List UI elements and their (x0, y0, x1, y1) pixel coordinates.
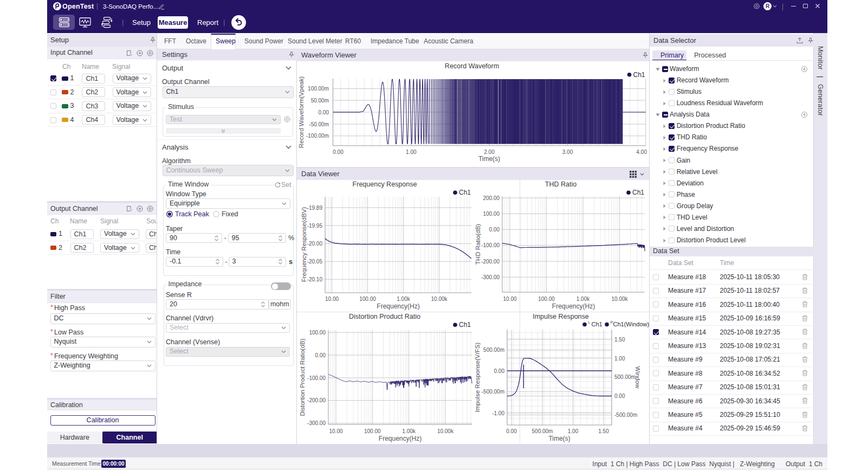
svg-text:Time(s): Time(s) (548, 435, 570, 442)
svg-text:1.00: 1.00 (568, 428, 579, 434)
svg-text:-300.00: -300.00 (307, 420, 326, 426)
svg-text:-500.00m: -500.00m (482, 389, 504, 395)
svg-text:100.00: 100.00 (483, 211, 500, 217)
svg-text:1.00k: 1.00k (397, 296, 410, 302)
svg-text:Frequency(Hz): Frequency(Hz) (379, 435, 422, 442)
svg-text:500.00m: 500.00m (483, 347, 504, 353)
svg-text:Frequency Response: Frequency Response (353, 181, 417, 188)
svg-text:10.00k: 10.00k (431, 296, 448, 302)
svg-text:-20.05: -20.05 (307, 259, 323, 265)
svg-text:Distortion Product Ratio: Distortion Product Ratio (349, 313, 420, 320)
svg-text:100.00: 100.00 (364, 428, 381, 434)
svg-text:0.00: 0.00 (333, 149, 344, 155)
svg-text:Ch1: Ch1 (632, 189, 644, 196)
svg-text:10.00: 10.00 (329, 428, 342, 434)
svg-text:1.00: 1.00 (406, 149, 417, 155)
svg-text:50.00m: 50.00m (311, 98, 329, 104)
svg-text:THD Ratio: THD Ratio (545, 181, 576, 188)
svg-text:100.00m: 100.00m (308, 86, 329, 92)
svg-text:-1.00: -1.00 (492, 410, 504, 416)
svg-text:3.00: 3.00 (562, 149, 573, 155)
svg-text:500.00m: 500.00m (532, 428, 553, 434)
svg-text:Frequency(Hz): Frequency(Hz) (552, 302, 595, 310)
svg-text:-500.00m: -500.00m (614, 412, 637, 418)
svg-text:Distortion Product Ratio(dB): Distortion Product Ratio(dB) (299, 338, 306, 416)
svg-text:1.50: 1.50 (598, 428, 609, 434)
svg-text:Record Waveform: Record Waveform (445, 62, 499, 70)
svg-text:Time(s): Time(s) (478, 155, 500, 163)
svg-text:1.00: 1.00 (614, 356, 625, 362)
svg-text:0.00: 0.00 (494, 368, 505, 374)
svg-text:1.00k: 1.00k (402, 428, 416, 434)
svg-text:4.00: 4.00 (636, 149, 647, 155)
svg-text:Impulse Response: Impulse Response (533, 313, 589, 320)
svg-text:10.00k: 10.00k (611, 296, 628, 302)
svg-text:-200.00: -200.00 (481, 259, 500, 265)
svg-text:10.00k: 10.00k (437, 428, 454, 434)
svg-text:-19.95: -19.95 (307, 223, 323, 229)
svg-text:Ch1(Window): Ch1(Window) (613, 321, 650, 327)
svg-text:-300.00: -300.00 (481, 274, 500, 280)
svg-text:500.00m: 500.00m (614, 374, 636, 380)
svg-text:-20.10: -20.10 (307, 276, 323, 282)
svg-text:-100.00m: -100.00m (306, 133, 329, 139)
svg-text:-200.00: -200.00 (307, 397, 326, 403)
svg-text:Record Waveform(Vpeak): Record Waveform(Vpeak) (298, 76, 305, 149)
svg-text:Impulse Response(V/FS): Impulse Response(V/FS) (474, 343, 481, 413)
svg-text:Ch1: Ch1 (633, 71, 645, 79)
svg-text:1.50: 1.50 (614, 337, 625, 343)
svg-text:100.00: 100.00 (538, 296, 555, 302)
svg-text:Window: Window (634, 366, 641, 389)
svg-text:2.00: 2.00 (484, 149, 495, 155)
svg-text:Ch1: Ch1 (459, 321, 471, 329)
svg-text:Ch1: Ch1 (459, 189, 471, 196)
svg-text:0.00: 0.00 (319, 110, 329, 115)
svg-text:THD Ratio(dB): THD Ratio(dB) (475, 224, 481, 265)
svg-text:0.00: 0.00 (614, 393, 625, 399)
svg-text:0.00: 0.00 (506, 428, 517, 434)
svg-text:L: L (588, 320, 591, 324)
svg-text:10.00: 10.00 (503, 296, 516, 302)
svg-text:0.00: 0.00 (489, 227, 500, 233)
svg-text:-50.00m: -50.00m (309, 121, 329, 127)
svg-text:200.00: 200.00 (483, 195, 500, 201)
svg-text:100.00: 100.00 (359, 296, 376, 302)
svg-text:Ch1: Ch1 (592, 321, 603, 327)
svg-text:-19.89: -19.89 (307, 205, 323, 211)
svg-text:-20.00: -20.00 (307, 241, 323, 247)
svg-text:1.00k: 1.00k (576, 296, 590, 302)
svg-text:0.00: 0.00 (315, 352, 326, 358)
svg-text:10.00: 10.00 (325, 296, 339, 302)
svg-text:100.00: 100.00 (309, 330, 326, 336)
svg-text:Frequency(Hz): Frequency(Hz) (377, 302, 419, 310)
svg-text:-100.00: -100.00 (307, 375, 326, 381)
svg-text:-100.00: -100.00 (481, 242, 500, 248)
svg-text:Frequency Response(dBV): Frequency Response(dBV) (301, 207, 307, 282)
